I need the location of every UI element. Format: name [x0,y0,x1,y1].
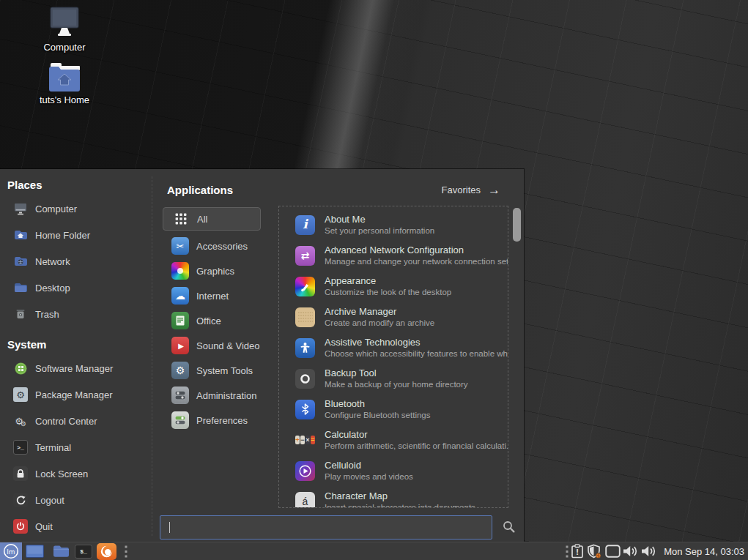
app-item-description: Play movies and videos [325,471,413,482]
system-item[interactable]: >_ Terminal [0,434,151,460]
system-item-icon: >_ [13,440,28,455]
app-item[interactable]: á Character Map Insert special character… [295,486,508,508]
panel-grip-icon[interactable] [122,542,130,560]
system-list: Software Manager ⚙ Package Manager ⚙⚙ Co… [0,355,151,540]
app-item[interactable]: Backup Tool Make a backup of your home d… [295,363,508,394]
desktop-shortcut-icon [48,62,81,92]
app-item[interactable]: Bluetooth Configure Bluetooth settings [295,394,508,425]
desktop-shortcut[interactable]: Computer [43,6,85,53]
system-item[interactable]: Lock Screen [0,460,151,487]
app-item-description: Insert special characters into documents [325,502,475,508]
category-item-icon [171,262,189,280]
search-box [160,515,492,540]
category-item[interactable]: All [163,207,261,231]
app-item[interactable]: Assistive Technologies Choose which acce… [295,332,508,363]
category-item[interactable]: ✂ Accessories [163,234,261,258]
desktop-shortcut-label: tuts's Home [40,94,89,105]
place-item-icon [13,280,28,295]
system-item[interactable]: Quit [0,513,151,540]
app-item[interactable]: Celluloid Play movies and videos [295,455,508,486]
favorites-button[interactable]: Favorites → [442,184,500,195]
app-item[interactable]: +−×= Calculator Perform arithmetic, scie… [295,425,508,455]
volume-icon-2[interactable] [641,542,657,560]
terminal-launcher[interactable]: $_ [75,545,92,559]
app-item-icon: ⇄ [295,246,315,266]
category-item-icon [171,312,189,329]
category-item-icon [172,210,190,228]
system-item-icon [13,493,28,507]
category-item-icon: ⚙ [171,362,189,379]
place-item[interactable]: Computer [0,195,151,222]
app-item-description: Create and modify an archive [325,318,434,328]
system-item-icon [13,466,28,481]
app-item-name: Archive Manager [325,306,434,318]
category-item[interactable]: Administration [163,383,261,408]
app-item-name: Celluloid [325,460,413,471]
scrollbar-thumb[interactable] [513,208,521,242]
update-manager-icon[interactable] [586,542,603,560]
app-list-scrollbar[interactable] [513,207,521,507]
system-item-label: Control Center [35,416,97,427]
places-list: Computer Home Folder Network Desktop Tra… [0,195,151,327]
firefox-launcher[interactable] [97,543,116,560]
category-item-label: Sound & Video [196,340,260,351]
place-item-icon [13,307,28,321]
system-item[interactable]: ⚙ Package Manager [0,381,151,408]
category-item-icon [171,411,189,429]
places-header: Places [7,178,151,193]
category-item-icon: ▶ [171,337,189,354]
search-input[interactable] [160,516,492,539]
place-item-icon [13,228,28,242]
search-icon [502,520,515,533]
app-item[interactable]: ⇄ Advanced Network Configuration Manage … [295,240,508,271]
system-item-icon: ⚙ [13,387,28,402]
place-item[interactable]: Home Folder [0,222,151,248]
category-item-icon: ☁ [171,287,189,305]
desktop-shortcut[interactable]: tuts's Home [40,62,89,105]
app-item[interactable]: Appearance Customize the look of the des… [295,271,508,302]
app-item-icon [295,307,315,327]
menu-button[interactable]: lm [0,542,22,560]
app-item-name: Bluetooth [325,398,430,410]
system-item-icon [13,519,28,534]
panel-left: lm $_ [0,542,130,560]
category-item-label: Preferences [196,415,248,426]
app-item-name: About Me [325,214,434,225]
system-item-label: Package Manager [35,389,113,400]
system-item-label: Terminal [35,442,71,453]
file-manager-launcher[interactable] [51,542,70,560]
category-item[interactable]: ☁ Internet [163,283,261,308]
screensaver-icon[interactable] [605,542,621,560]
category-item[interactable]: Preferences [163,408,261,433]
desktop-shortcut-icon [46,6,83,40]
app-item-icon: +−×= [295,430,315,450]
app-item[interactable]: Archive Manager Create and modify an arc… [295,302,508,332]
app-item-icon [295,461,315,481]
system-item[interactable]: Software Manager [0,355,151,381]
category-item[interactable]: Graphics [163,258,261,283]
system-item-label: Lock Screen [35,468,88,479]
category-item[interactable]: ⚙ System Tools [163,358,261,383]
place-item[interactable]: Desktop [0,275,151,301]
volume-icon[interactable] [623,542,639,560]
category-item[interactable]: Office [163,308,261,333]
app-item-name: Assistive Technologies [325,337,508,348]
place-item-icon [13,254,28,269]
category-item[interactable]: ▶ Sound & Video [163,333,261,358]
app-item-description: Configure Bluetooth settings [325,410,430,420]
app-item-icon [295,338,315,358]
place-item[interactable]: Trash [0,301,151,327]
favorites-label: Favorites [442,184,481,195]
app-item-description: Perform arithmetic, scientific or financ… [325,441,508,451]
system-reports-icon[interactable]: ! [571,542,584,560]
tray-grip-icon[interactable] [566,542,569,560]
category-item-label: Internet [196,291,229,302]
category-item-label: Office [196,316,221,326]
app-item[interactable]: i About Me Set your personal information [295,209,508,240]
sidebar-separator [152,176,152,536]
system-item[interactable]: ⚙⚙ Control Center [0,408,151,434]
clock[interactable]: Mon Sep 14, 03:03 [664,546,744,557]
show-desktop-button[interactable] [24,542,45,560]
system-item[interactable]: Logout [0,487,151,513]
place-item[interactable]: Network [0,248,151,275]
